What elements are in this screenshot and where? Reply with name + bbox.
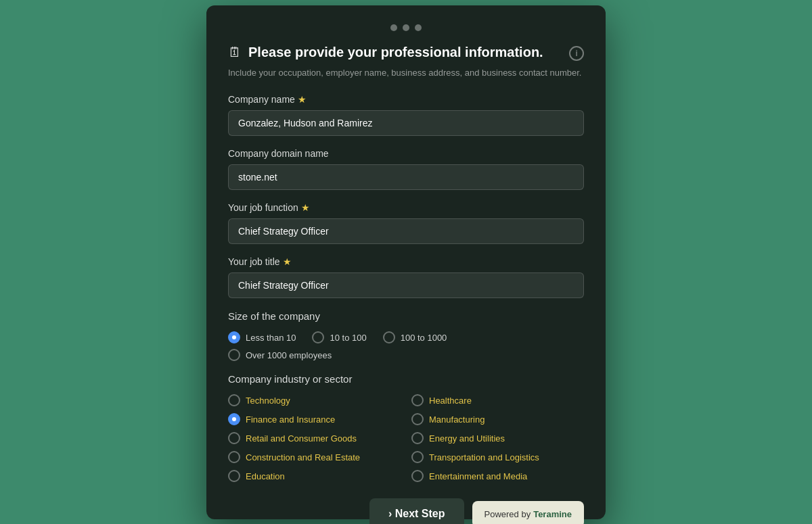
industry-entertainment[interactable]: Entertainment and Media	[411, 470, 584, 482]
step-dot-3	[415, 24, 422, 31]
company-name-input[interactable]	[228, 110, 584, 136]
job-title-label: Your job title★	[228, 256, 584, 267]
powered-by-brand: Teramine	[533, 509, 572, 519]
company-size-options-row2: Over 1000 employees	[228, 349, 584, 361]
company-domain-field: Company domain name	[228, 148, 584, 202]
industry-transportation[interactable]: Transportation and Logistics	[411, 451, 584, 463]
powered-by-badge: Powered by Teramine	[472, 501, 585, 525]
radio-10-to-100[interactable]	[312, 331, 324, 343]
industry-energy[interactable]: Energy and Utilities	[411, 432, 584, 444]
company-domain-label: Company domain name	[228, 148, 584, 159]
industry-education[interactable]: Education	[228, 470, 401, 482]
industry-transportation-label: Transportation and Logistics	[429, 452, 539, 462]
industry-finance[interactable]: Finance and Insurance	[228, 413, 401, 425]
industry-education-label: Education	[246, 471, 285, 481]
company-domain-input[interactable]	[228, 164, 584, 190]
industry-col-2: Healthcare Manufacturing Energy and Util…	[411, 394, 584, 482]
next-step-label: › Next Step	[388, 508, 445, 520]
industry-healthcare[interactable]: Healthcare	[411, 394, 584, 406]
size-less-than-10-label: Less than 10	[246, 333, 296, 343]
modal-header: 🗓 Please provide your professional infor…	[228, 45, 584, 61]
industry-healthcare-label: Healthcare	[429, 396, 472, 406]
job-function-input[interactable]	[228, 218, 584, 244]
radio-less-than-10[interactable]	[228, 331, 240, 343]
size-over-1000-label: Over 1000 employees	[246, 350, 332, 360]
industry-technology-label: Technology	[246, 396, 290, 406]
next-step-button[interactable]: › Next Step	[369, 498, 464, 524]
industry-entertainment-label: Entertainment and Media	[429, 471, 527, 481]
industry-col-1: Technology Finance and Insurance Retail …	[228, 394, 401, 482]
radio-finance[interactable]	[228, 413, 240, 425]
powered-by-text: Powered by	[484, 509, 531, 519]
size-over-1000[interactable]: Over 1000 employees	[228, 349, 332, 361]
radio-100-to-1000[interactable]	[383, 331, 395, 343]
modal-container: 🗓 Please provide your professional infor…	[206, 5, 606, 519]
radio-construction[interactable]	[228, 451, 240, 463]
modal-title: Please provide your professional informa…	[248, 45, 543, 60]
job-function-label: Your job function★	[228, 202, 584, 213]
modal-subtitle: Include your occupation, employer name, …	[228, 66, 584, 80]
job-title-input[interactable]	[228, 272, 584, 298]
industry-manufacturing-label: Manufacturing	[429, 414, 484, 425]
company-industry-label: Company industry or sector	[228, 373, 584, 385]
size-less-than-10[interactable]: Less than 10	[228, 331, 296, 343]
radio-energy[interactable]	[411, 432, 424, 444]
radio-manufacturing[interactable]	[411, 413, 424, 425]
industry-retail-label: Retail and Consumer Goods	[246, 433, 357, 444]
industry-finance-label: Finance and Insurance	[246, 414, 335, 425]
industry-manufacturing[interactable]: Manufacturing	[411, 413, 584, 425]
size-10-to-100-label: 10 to 100	[330, 333, 366, 343]
company-name-label: Company name★	[228, 94, 584, 105]
radio-over-1000[interactable]	[228, 349, 240, 361]
required-star-3: ★	[283, 256, 292, 267]
required-star-2: ★	[301, 202, 310, 213]
industry-energy-label: Energy and Utilities	[429, 433, 505, 444]
industry-technology[interactable]: Technology	[228, 394, 401, 406]
modal-title-row: 🗓 Please provide your professional infor…	[228, 45, 543, 60]
form-icon: 🗓	[228, 45, 242, 60]
radio-technology[interactable]	[228, 394, 240, 406]
radio-healthcare[interactable]	[411, 394, 424, 406]
company-name-field: Company name★	[228, 94, 584, 148]
size-10-to-100[interactable]: 10 to 100	[312, 331, 366, 343]
step-dot-1	[390, 24, 397, 31]
company-size-options-row1: Less than 10 10 to 100 100 to 1000	[228, 331, 584, 343]
radio-transportation[interactable]	[411, 451, 424, 463]
size-100-to-1000-label: 100 to 1000	[401, 333, 447, 343]
info-icon-label: i	[576, 49, 578, 58]
job-function-field: Your job function★	[228, 202, 584, 256]
step-dots	[228, 24, 584, 31]
radio-retail[interactable]	[228, 432, 240, 444]
required-star-1: ★	[298, 94, 307, 105]
industry-grid: Technology Finance and Insurance Retail …	[228, 394, 584, 482]
step-dot-2	[403, 24, 409, 31]
industry-construction[interactable]: Construction and Real Estate	[228, 451, 401, 463]
bottom-bar: › Next Step Powered by Teramine	[228, 498, 584, 524]
job-title-field: Your job title★	[228, 256, 584, 310]
info-icon-button[interactable]: i	[569, 46, 584, 61]
radio-education[interactable]	[228, 470, 240, 482]
industry-construction-label: Construction and Real Estate	[246, 452, 360, 462]
size-100-to-1000[interactable]: 100 to 1000	[383, 331, 447, 343]
radio-entertainment[interactable]	[411, 470, 424, 482]
company-size-label: Size of the company	[228, 310, 584, 322]
industry-retail[interactable]: Retail and Consumer Goods	[228, 432, 401, 444]
